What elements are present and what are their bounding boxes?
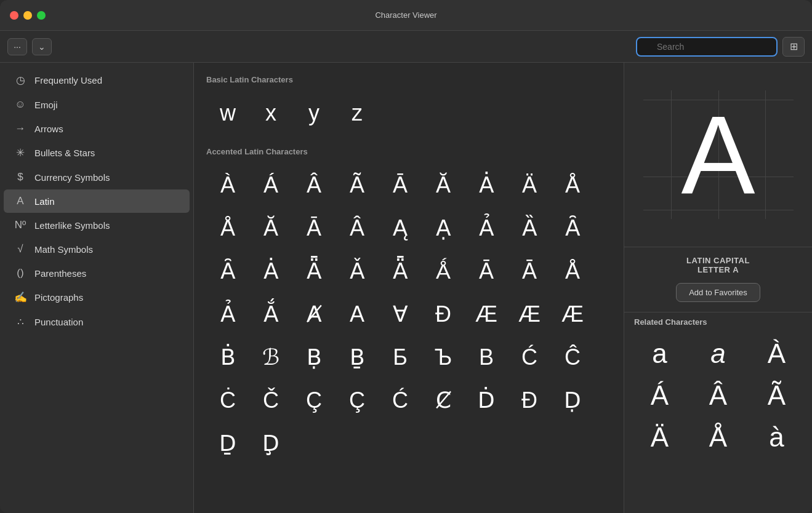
- char-cell[interactable]: Ð: [422, 293, 465, 336]
- char-cell[interactable]: Ȧ: [465, 164, 508, 207]
- char-cell[interactable]: x: [249, 92, 292, 135]
- char-cell[interactable]: z: [336, 92, 379, 135]
- char-cell[interactable]: Ç: [292, 379, 336, 422]
- char-cell[interactable]: Ả: [465, 207, 508, 250]
- char-cell[interactable]: Ã: [336, 164, 379, 207]
- char-cell[interactable]: Ā: [508, 250, 551, 293]
- char-cell[interactable]: Å: [551, 250, 594, 293]
- char-cell[interactable]: Ǟ: [292, 250, 336, 293]
- char-cell[interactable]: Ъ: [422, 336, 465, 379]
- char-cell[interactable]: Ⱥ: [292, 293, 336, 336]
- sidebar-item-punctuation[interactable]: ∴Punctuation: [4, 310, 190, 334]
- char-cell[interactable]: Ċ: [206, 379, 249, 422]
- char-cell[interactable]: w: [206, 92, 249, 135]
- related-cell-4[interactable]: Â: [690, 376, 746, 415]
- char-cell[interactable]: Æ: [551, 293, 594, 336]
- char-cell[interactable]: Ȼ: [422, 379, 465, 422]
- related-cell-7[interactable]: Å: [690, 418, 746, 457]
- sidebar: ◷Frequently Used☺Emoji→Arrows✳Bullets & …: [0, 63, 194, 513]
- char-cell[interactable]: Ć: [508, 336, 551, 379]
- related-cell-0[interactable]: a: [632, 334, 688, 373]
- char-cell[interactable]: В: [465, 336, 508, 379]
- char-cell[interactable]: À: [206, 164, 249, 207]
- char-cell[interactable]: Ä: [508, 164, 551, 207]
- char-cell[interactable]: Ā: [292, 207, 336, 250]
- char-cell[interactable]: ∀: [379, 293, 422, 336]
- char-cell[interactable]: Ć: [379, 379, 422, 422]
- char-cell[interactable]: Ȧ: [249, 250, 292, 293]
- char-cell[interactable]: Â: [292, 164, 336, 207]
- more-button[interactable]: ···: [7, 38, 27, 55]
- char-cell[interactable]: Ả: [206, 293, 249, 336]
- sidebar-item-arrows[interactable]: →Arrows: [4, 117, 190, 140]
- related-cell-3[interactable]: Á: [632, 376, 688, 415]
- char-cell[interactable]: Ă: [249, 207, 292, 250]
- add-to-favorites-button[interactable]: Add to Favorites: [676, 283, 760, 302]
- sidebar-item-letterlike[interactable]: NºLetterlike Symbols: [4, 213, 190, 237]
- sidebar-item-emoji[interactable]: ☺Emoji: [4, 93, 190, 116]
- char-cell[interactable]: Ð: [508, 379, 551, 422]
- char-cell[interactable]: Â: [336, 207, 379, 250]
- sidebar-item-bullets-stars[interactable]: ✳Bullets & Stars: [4, 141, 190, 165]
- char-cell[interactable]: Æ: [508, 293, 551, 336]
- detail-panel: A LATIN CAPITAL LETTER A Add to Favorite…: [624, 63, 812, 513]
- related-cell-6[interactable]: Ä: [632, 418, 688, 457]
- close-button[interactable]: [10, 11, 18, 20]
- sidebar-item-latin[interactable]: ALatin: [4, 189, 190, 213]
- related-cell-8[interactable]: à: [749, 418, 805, 457]
- char-cell[interactable]: Ǟ: [379, 250, 422, 293]
- char-cell[interactable]: Ȃ: [551, 207, 594, 250]
- char-cell[interactable]: Á: [249, 164, 292, 207]
- related-cell-2[interactable]: À: [749, 334, 805, 373]
- char-cell[interactable]: Ḇ: [336, 336, 379, 379]
- sidebar-item-parentheses[interactable]: ()Parentheses: [4, 261, 190, 285]
- char-cell[interactable]: Ḃ: [206, 336, 249, 379]
- char-cell[interactable]: Ȃ: [206, 250, 249, 293]
- sidebar-icon-emoji: ☺: [14, 98, 27, 111]
- char-cell[interactable]: Æ: [465, 293, 508, 336]
- sidebar-icon-parentheses: (): [14, 267, 27, 279]
- sidebar-icon-pictographs: ✍: [14, 291, 27, 304]
- related-cell-5[interactable]: Ã: [749, 376, 805, 415]
- grid-view-button[interactable]: ⊞: [782, 37, 805, 57]
- char-cell[interactable]: Ǎ: [336, 250, 379, 293]
- char-cell[interactable]: Č: [249, 379, 292, 422]
- char-cell[interactable]: Ă: [422, 164, 465, 207]
- char-cell[interactable]: Ǻ: [422, 250, 465, 293]
- sidebar-item-currency[interactable]: $Currency Symbols: [4, 165, 190, 189]
- maximize-button[interactable]: [37, 11, 46, 20]
- search-input[interactable]: [636, 37, 778, 57]
- sidebar-item-frequently-used[interactable]: ◷Frequently Used: [4, 68, 190, 92]
- char-cell[interactable]: Å: [551, 164, 594, 207]
- sidebar-label-latin: Latin: [34, 196, 55, 207]
- char-cell[interactable]: Ĉ: [551, 336, 594, 379]
- sidebar-item-math[interactable]: √Math Symbols: [4, 237, 190, 261]
- sidebar-icon-math: √: [14, 243, 27, 255]
- char-cell[interactable]: Ḑ: [249, 422, 292, 465]
- section-title-0: Basic Latin Characters: [206, 75, 611, 84]
- sidebar-item-pictographs[interactable]: ✍Pictographs: [4, 285, 190, 309]
- char-cell[interactable]: Å: [206, 207, 249, 250]
- char-cell[interactable]: Α: [336, 293, 379, 336]
- section-title-1: Accented Latin Characters: [206, 147, 611, 156]
- sidebar-label-currency: Currency Symbols: [34, 172, 110, 183]
- minimize-button[interactable]: [23, 11, 32, 20]
- char-cell[interactable]: Ȁ: [508, 207, 551, 250]
- char-cell[interactable]: Ā: [379, 164, 422, 207]
- char-cell[interactable]: Б: [379, 336, 422, 379]
- related-cell-1[interactable]: a: [690, 334, 746, 373]
- char-cell[interactable]: Ç: [336, 379, 379, 422]
- char-cell[interactable]: Ḅ: [292, 336, 336, 379]
- related-characters-grid: aaÀÁÂÃÄÅà: [624, 334, 812, 457]
- char-cell[interactable]: Ḏ: [206, 422, 249, 465]
- char-cell[interactable]: Ḍ: [551, 379, 594, 422]
- char-cell[interactable]: Ắ: [249, 293, 292, 336]
- char-cell[interactable]: Ą: [379, 207, 422, 250]
- char-cell[interactable]: Ā: [465, 250, 508, 293]
- char-cell[interactable]: ℬ: [249, 336, 292, 379]
- dropdown-button[interactable]: ⌄: [32, 38, 52, 55]
- char-cell[interactable]: Ạ: [422, 207, 465, 250]
- preview-character[interactable]: A: [681, 100, 755, 210]
- char-cell[interactable]: Ḋ: [465, 379, 508, 422]
- char-cell[interactable]: y: [292, 92, 336, 135]
